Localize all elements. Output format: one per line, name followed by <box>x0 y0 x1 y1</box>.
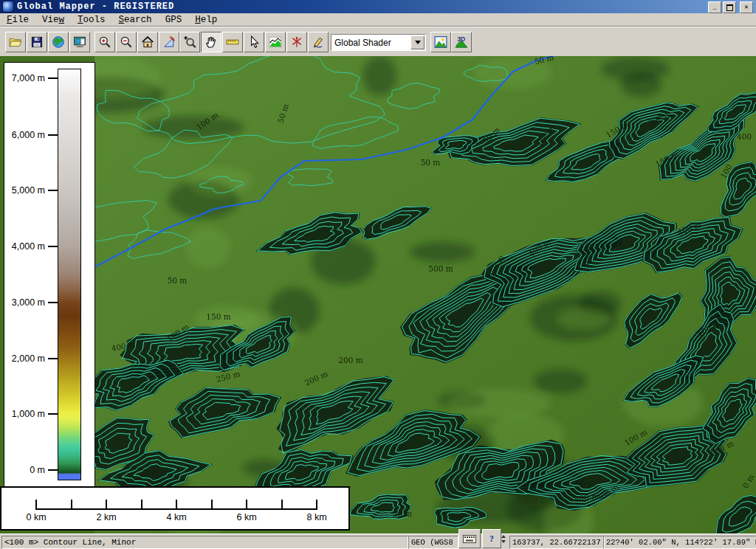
3d-view-icon: 3D <box>454 35 469 49</box>
save-button[interactable] <box>27 32 47 52</box>
antenna-icon <box>290 35 303 49</box>
contour-label: 500 m <box>428 264 453 273</box>
menu-search[interactable]: Search <box>112 13 159 27</box>
scale-tick <box>316 500 317 510</box>
scale-tick <box>211 500 213 510</box>
scale-label: 2 km <box>96 512 116 522</box>
open-file-button[interactable] <box>5 32 26 52</box>
scale-tick <box>106 500 107 510</box>
zoom-tool-button[interactable] <box>179 32 200 52</box>
legend-tick: 4,000 m <box>12 241 58 252</box>
status-feature-info: <100 m> Contour Line, Minor <box>1 536 408 549</box>
contour-label: 200 m <box>338 356 362 365</box>
legend-tick: 0 m <box>30 465 58 475</box>
keyboard-icon <box>463 535 476 543</box>
zoom-out-button[interactable] <box>116 32 137 52</box>
scale-label: 6 km <box>236 512 256 522</box>
scale-label: 8 km <box>306 512 326 522</box>
spinner-up-icon <box>501 535 506 538</box>
toolbar: Global Shader 3D <box>0 27 756 56</box>
menu-view[interactable]: View <box>35 13 71 27</box>
coordinate-entry-button[interactable] <box>458 529 481 548</box>
question-mark-icon: ? <box>489 534 494 545</box>
legend-tick: 1,000 m <box>12 409 58 419</box>
zoom-out-icon <box>120 35 133 49</box>
title-bar[interactable]: Global Mapper - REGISTERED _ ✕ <box>0 0 756 13</box>
window-title: Global Mapper - REGISTERED <box>17 1 174 12</box>
scale-tick <box>246 500 247 510</box>
spinner-down-icon <box>501 540 506 543</box>
chevron-down-icon <box>415 41 421 44</box>
shader-selected-value: Global Shader <box>331 38 410 48</box>
select-tool-button[interactable] <box>244 32 264 52</box>
status-projection: GEO (WGS8 <box>408 536 458 549</box>
pan-tool-button[interactable] <box>201 32 221 52</box>
close-button[interactable]: ✕ <box>740 1 753 13</box>
minimize-button[interactable]: _ <box>708 1 721 13</box>
scale-tick <box>281 500 283 510</box>
view-shed-button[interactable] <box>286 32 307 52</box>
scale-bar: 0 km 2 km 4 km 6 km 8 km <box>0 486 350 531</box>
legend-tick: 2,000 m <box>12 353 58 364</box>
global-mapper-window: { "window": { "title": "Global Mapper - … <box>0 0 756 549</box>
contour-label: 50 m <box>168 276 188 285</box>
dropdown-button[interactable] <box>410 35 425 49</box>
restore-button[interactable] <box>723 1 736 13</box>
open-folder-icon <box>9 35 22 49</box>
contour-label: 400 <box>737 132 752 141</box>
measure-tool-button[interactable] <box>222 32 243 52</box>
zoom-in-button[interactable] <box>94 32 115 52</box>
hand-icon <box>205 35 218 49</box>
menu-help[interactable]: Help <box>188 13 224 27</box>
legend-tick: 5,000 m <box>12 185 58 196</box>
pointer-arrow-icon <box>247 35 261 49</box>
contour-label: 50 m <box>393 509 413 518</box>
zoom-tool-icon <box>183 35 196 49</box>
menu-file[interactable]: File <box>0 13 35 27</box>
map-canvas[interactable]: 50 m50 m100 m50 m50 m100 m150 m300 m4001… <box>0 56 756 534</box>
scale-label: 0 km <box>26 512 46 522</box>
scale-label: 4 km <box>166 512 186 522</box>
digitizer-tool-button[interactable] <box>308 32 329 52</box>
path-profile-button[interactable] <box>265 32 286 52</box>
status-latlon: 22?40' 02.00″ N, 114?22' 17.89″ E <box>603 536 756 549</box>
restore-icon <box>726 4 733 11</box>
web-data-button[interactable] <box>48 32 69 52</box>
shader-dropdown[interactable]: Global Shader <box>331 34 426 51</box>
globe-icon <box>52 35 65 49</box>
contour-label: 150 m <box>206 312 230 321</box>
monitor-globe-icon <box>73 35 86 49</box>
legend-tick: 6,000 m <box>12 130 58 140</box>
landscape-image-icon <box>433 35 448 49</box>
elevation-legend: 7,000 m 6,000 m 5,000 m 4,000 m 3,000 m … <box>4 62 95 487</box>
3d-view-button[interactable]: 3D <box>451 32 472 52</box>
terrain-layer <box>58 56 756 534</box>
menu-bar: File View Tools Search GPS Help <box>0 13 756 27</box>
set-square-pencil-icon <box>162 35 176 49</box>
full-view-button[interactable] <box>137 32 158 52</box>
raster-options-button[interactable] <box>430 32 451 52</box>
legend-tick: 3,000 m <box>12 297 58 308</box>
elevation-colorbar <box>58 69 81 480</box>
status-spinner[interactable] <box>499 530 508 548</box>
status-bar: <100 m> Contour Line, Minor GEO (WGS8 ? … <box>0 534 756 549</box>
contour-label: 50 m <box>421 158 441 167</box>
menu-gps[interactable]: GPS <box>159 13 189 27</box>
3d-label: 3D <box>457 35 465 43</box>
zoom-in-icon <box>98 35 111 49</box>
map-area[interactable]: 50 m50 m100 m50 m50 m100 m150 m300 m4001… <box>0 56 756 534</box>
path-profile-icon <box>269 35 282 49</box>
scale-tick <box>71 500 72 510</box>
measure-draw-button[interactable] <box>159 32 179 52</box>
home-icon <box>141 35 154 49</box>
app-icon <box>2 1 14 13</box>
scale-tick <box>141 500 142 510</box>
ruler-icon <box>226 35 239 49</box>
menu-tools[interactable]: Tools <box>71 13 112 27</box>
status-coordinates: 163737, 22.66722137 ) <box>509 536 605 549</box>
scale-tick <box>35 500 37 510</box>
display-options-button[interactable] <box>69 32 90 52</box>
pen-icon <box>312 35 325 49</box>
floppy-icon <box>30 35 44 49</box>
legend-tick: 7,000 m <box>12 73 58 83</box>
